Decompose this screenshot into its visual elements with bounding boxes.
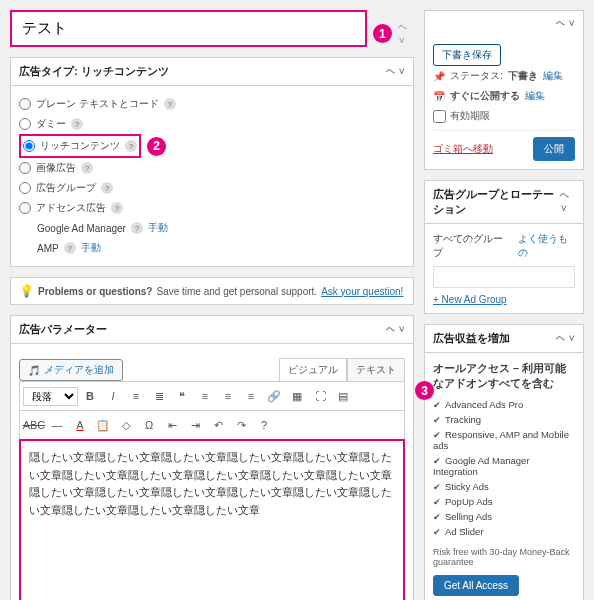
editor-toolbar: 段落 B I ≡ ≣ ❝ ≡ ≡ ≡ 🔗 ▦ ⛶ ▤ [19,381,405,411]
callout-1: 1 [373,24,392,43]
list-item: Google Ad Manager Integration [433,453,575,479]
outdent-button[interactable]: ⇤ [161,414,183,436]
ad-type-rich-content[interactable]: リッチコンテンツ [23,139,120,153]
text-color-button[interactable]: A [69,414,91,436]
all-access-heading: オールアクセス – 利用可能なアドオンすべてを含む [433,361,575,391]
get-all-access-button[interactable]: Get All Access [433,575,519,596]
expiry-checkbox[interactable]: 有効期限 [433,109,490,123]
panel-toggle-icon[interactable]: ヘ ∨ [386,65,405,78]
format-select[interactable]: 段落 [23,387,78,406]
tab-visual[interactable]: ビジュアル [279,358,347,381]
strike-button[interactable]: ABC [23,414,45,436]
help-icon[interactable]: ? [131,222,143,234]
params-header: 広告パラメーター [19,322,107,337]
special-char-button[interactable]: Ω [138,414,160,436]
bold-button[interactable]: B [79,385,101,407]
revenue-panel: 広告収益を増加ヘ ∨ 3 オールアクセス – 利用可能なアドオンすべてを含む A… [424,324,584,600]
align-left-button[interactable]: ≡ [194,385,216,407]
panel-toggle-icon[interactable]: ヘ ∨ [386,323,405,336]
list-item: PopUp Ads [433,494,575,509]
callout-2: 2 [147,137,166,156]
save-draft-button[interactable]: 下書き保存 [433,44,501,66]
align-center-button[interactable]: ≡ [217,385,239,407]
ad-type-sub-option: Google Ad Manager?手動 [19,218,405,238]
tab-all-groups[interactable]: すべてのグループ [433,232,508,260]
italic-button[interactable]: I [102,385,124,407]
indent-button[interactable]: ⇥ [184,414,206,436]
help-icon[interactable]: ? [71,118,83,130]
list-item: Sticky Ads [433,479,575,494]
trash-link[interactable]: ゴミ箱へ移動 [433,142,493,156]
toolbar-toggle-button[interactable]: ▤ [332,385,354,407]
list-item: Ad Slider [433,524,575,539]
ad-type-option[interactable]: 画像広告? [19,158,405,178]
list-item: Responsive, AMP and Mobile ads [433,427,575,453]
tab-text[interactable]: テキスト [347,358,405,381]
edit-status-link[interactable]: 編集 [543,69,563,83]
ol-button[interactable]: ≣ [148,385,170,407]
ad-params-panel: 広告パラメーター ヘ ∨ 🎵メディアを追加 ビジュアル テキスト 段落 B I … [10,315,414,600]
media-icon: 🎵 [28,365,40,376]
ad-type-option[interactable]: アドセンス広告? [19,198,405,218]
list-item: Selling Ads [433,509,575,524]
help-icon[interactable]: ? [81,162,93,174]
hr-button[interactable]: — [46,414,68,436]
list-item: Tracking [433,412,575,427]
list-item: Advanced Ads Pro [433,397,575,412]
ask-question-link[interactable]: Ask your question! [321,286,403,297]
ad-type-sub-option: AMP?手動 [19,238,405,258]
feature-list: Advanced Ads Pro Tracking Responsive, AM… [433,397,575,539]
tab-favorites[interactable]: よく使うもの [518,232,575,260]
panel-toggle-icon[interactable]: ヘ ∨ [556,17,575,30]
content-editor[interactable]: 隠したい文章隠したい文章隠したい文章隠したい文章隠したい文章隠したい文章隠したい… [19,439,405,600]
quote-button[interactable]: ❝ [171,385,193,407]
guarantee-text: Risk free with 30-day Money-Back guarant… [433,547,575,567]
editor-toolbar-2: ABC — A 📋 ◇ Ω ⇤ ⇥ ↶ ↷ ? [19,411,405,440]
ad-type-header: 広告タイプ: リッチコンテンツ [19,64,169,79]
ad-type-option[interactable]: ダミー? [19,114,405,134]
ul-button[interactable]: ≡ [125,385,147,407]
fullscreen-button[interactable]: ⛶ [309,385,331,407]
manual-link[interactable]: 手動 [148,221,168,235]
callout-3: 3 [415,381,434,400]
sidebar-column: ヘ ∨ 下書き保存 📌ステータス: 下書き 編集 📅すぐに公開する 編集 有効期… [424,10,584,600]
pin-icon: 📌 [433,71,445,82]
new-ad-group-link[interactable]: + New Ad Group [433,294,507,305]
lightbulb-icon: 💡 [19,284,34,298]
link-button[interactable]: 🔗 [263,385,285,407]
align-right-button[interactable]: ≡ [240,385,262,407]
help-button[interactable]: ? [253,414,275,436]
ad-type-option[interactable]: 広告グループ? [19,178,405,198]
ad-title-input[interactable] [10,10,367,47]
help-icon[interactable]: ? [101,182,113,194]
ad-type-panel: 広告タイプ: リッチコンテンツ ヘ ∨ プレーン テキストとコード? ダミー? … [10,57,414,267]
publish-button[interactable]: 公開 [533,137,575,161]
paste-text-button[interactable]: 📋 [92,414,114,436]
manual-link[interactable]: 手動 [81,241,101,255]
redo-button[interactable]: ↷ [230,414,252,436]
ad-groups-panel: 広告グループとローテーションヘ ∨ すべてのグループ よく使うもの + New … [424,180,584,314]
help-icon[interactable]: ? [64,242,76,254]
help-icon[interactable]: ? [111,202,123,214]
clear-format-button[interactable]: ◇ [115,414,137,436]
title-collapse-icon[interactable]: ヘ ∨ [398,21,414,47]
panel-toggle-icon[interactable]: ヘ ∨ [556,332,575,345]
main-column: 1 ヘ ∨ 広告タイプ: リッチコンテンツ ヘ ∨ プレーン テキストとコード?… [10,10,414,600]
help-icon[interactable]: ? [164,98,176,110]
ad-type-option[interactable]: プレーン テキストとコード? [19,94,405,114]
tip-bar: 💡 Problems or questions? Save time and g… [10,277,414,305]
add-media-button[interactable]: 🎵メディアを追加 [19,359,123,381]
publish-panel: ヘ ∨ 下書き保存 📌ステータス: 下書き 編集 📅すぐに公開する 編集 有効期… [424,10,584,170]
more-button[interactable]: ▦ [286,385,308,407]
calendar-icon: 📅 [433,91,445,102]
undo-button[interactable]: ↶ [207,414,229,436]
panel-toggle-icon[interactable]: ヘ ∨ [560,189,575,215]
edit-schedule-link[interactable]: 編集 [525,89,545,103]
help-icon[interactable]: ? [125,140,137,152]
